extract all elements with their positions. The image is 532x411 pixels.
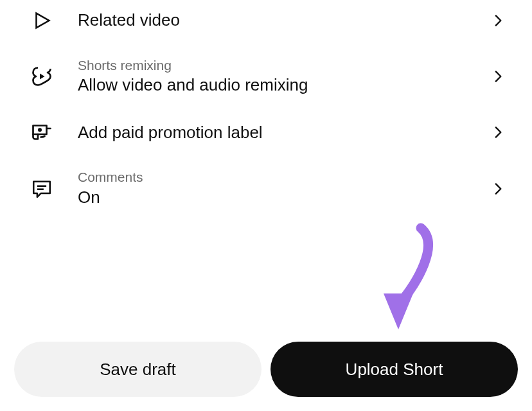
setting-primary-label: Allow video and audio remixing: [78, 74, 490, 96]
setting-secondary-label: Shorts remixing: [78, 57, 490, 74]
setting-label: Add paid promotion label: [78, 121, 490, 144]
settings-list: Related video Shorts remixing Allow vide…: [0, 0, 532, 220]
setting-primary-label: On: [78, 186, 490, 209]
annotation-arrow-icon: [369, 222, 447, 337]
button-label: Upload Short: [346, 360, 443, 380]
save-draft-button[interactable]: Save draft: [14, 342, 262, 397]
chevron-right-icon: [490, 68, 506, 85]
setting-row-paid-promotion[interactable]: Add paid promotion label: [0, 108, 532, 157]
chevron-right-icon: [490, 180, 506, 197]
chevron-right-icon: [490, 12, 506, 29]
paid-promotion-icon: [29, 119, 55, 145]
svg-point-1: [38, 128, 42, 132]
setting-row-shorts-remixing[interactable]: Shorts remixing Allow video and audio re…: [0, 45, 532, 108]
setting-row-related-video[interactable]: Related video: [0, 0, 532, 45]
setting-secondary-label: Comments: [78, 168, 490, 186]
shorts-remix-icon: [29, 64, 55, 89]
play-icon: [29, 8, 55, 33]
setting-label: Related video: [78, 9, 490, 31]
button-label: Save draft: [100, 360, 176, 380]
upload-short-button[interactable]: Upload Short: [270, 342, 518, 397]
bottom-button-bar: Save draft Upload Short: [14, 342, 518, 397]
chevron-right-icon: [490, 124, 506, 141]
comments-icon: [29, 176, 55, 202]
setting-row-comments[interactable]: Comments On: [0, 157, 532, 220]
